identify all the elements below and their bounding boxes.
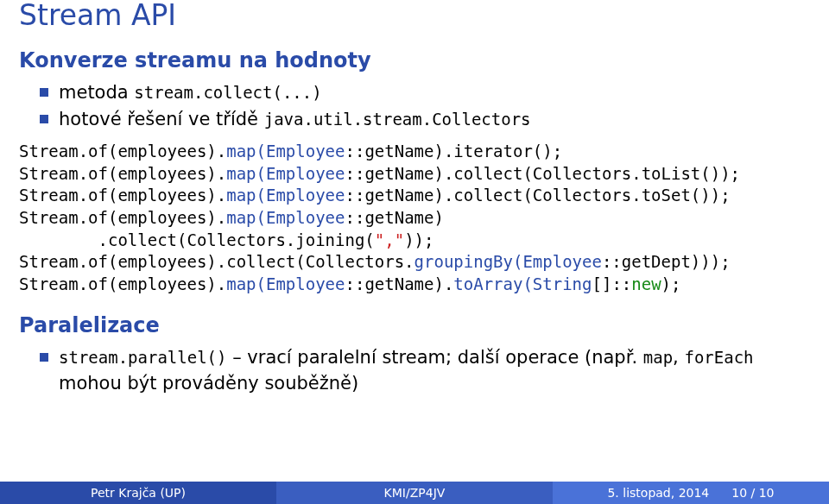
list-item: hotové řešení ve třídě java.util.stream.… bbox=[40, 106, 810, 132]
footer-author: Petr Krajča (UP) bbox=[0, 482, 276, 504]
footer-page: 10 / 10 bbox=[731, 486, 774, 500]
bullet-text: , bbox=[673, 347, 684, 368]
bullet-text: metoda bbox=[59, 82, 134, 103]
footer-bar: Petr Krajča (UP) KMI/ZP4JV 5. listopad, … bbox=[0, 482, 829, 504]
bullet-icon bbox=[40, 353, 48, 362]
bullet-code: stream.parallel() bbox=[59, 348, 226, 367]
footer-date: 5. listopad, 2014 bbox=[607, 486, 709, 500]
bullet-text: hotové řešení ve třídě bbox=[59, 109, 264, 129]
bullet-icon bbox=[40, 88, 48, 97]
code-example: Stream.of(employees).map(Employee::getNa… bbox=[19, 141, 810, 295]
bullet-code: forEach bbox=[684, 348, 753, 367]
list-item: stream.parallel() – vrací paralelní stre… bbox=[40, 344, 810, 397]
bullet-text: – vrací paralelní stream; další operace … bbox=[226, 347, 642, 368]
parallel-bullets: stream.parallel() – vrací paralelní stre… bbox=[19, 344, 810, 397]
bullet-code: java.util.stream.Collectors bbox=[264, 110, 531, 129]
bullet-code: map bbox=[643, 348, 673, 367]
bullet-code: stream.collect(...) bbox=[134, 83, 321, 102]
slide: Stream API Konverze streamu na hodnoty m… bbox=[0, 0, 829, 504]
bullet-icon bbox=[40, 115, 48, 123]
conversion-heading: Konverze streamu na hodnoty bbox=[19, 48, 810, 72]
list-item: metoda stream.collect(...) bbox=[40, 79, 810, 105]
page-title: Stream API bbox=[19, 0, 810, 31]
footer-right: 5. listopad, 2014 10 / 10 bbox=[553, 482, 829, 504]
bullet-text: mohou být prováděny souběžně) bbox=[59, 373, 358, 394]
footer-course: KMI/ZP4JV bbox=[276, 482, 553, 504]
conversion-bullets: metoda stream.collect(...) hotové řešení… bbox=[19, 79, 810, 132]
parallel-heading: Paralelizace bbox=[19, 313, 810, 337]
